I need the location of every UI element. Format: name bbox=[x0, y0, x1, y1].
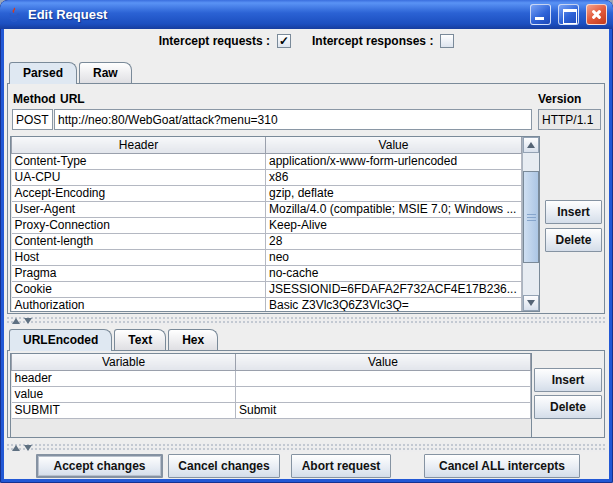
table-row: Content-length28 bbox=[12, 233, 522, 249]
variable-column-header[interactable]: Variable bbox=[12, 354, 236, 370]
value-cell[interactable] bbox=[236, 370, 531, 386]
value-cell[interactable]: Keep-Alive bbox=[266, 217, 522, 233]
tab-hex[interactable]: Hex bbox=[168, 329, 218, 350]
header-cell[interactable]: User-Agent bbox=[12, 201, 266, 217]
close-button[interactable] bbox=[586, 4, 607, 25]
header-cell[interactable]: Pragma bbox=[12, 265, 266, 281]
table-row: CookieJSESSIONID=6FDAFA2F732ACF4E17B236.… bbox=[12, 281, 522, 297]
headers-table: Header Value Content-Typeapplication/x-w… bbox=[11, 137, 522, 312]
header-cell[interactable]: Cookie bbox=[12, 281, 266, 297]
version-field[interactable] bbox=[538, 109, 601, 130]
dialog-content: Intercept requests : ✓ Intercept respons… bbox=[4, 29, 609, 479]
header-cell[interactable]: Content-Type bbox=[12, 153, 266, 169]
value-column-header[interactable]: Value bbox=[236, 354, 531, 370]
accept-changes-button[interactable]: Accept changes bbox=[36, 454, 163, 478]
table-row: AuthorizationBasic Z3Vlc3Q6Z3Vlc3Q= bbox=[12, 297, 522, 312]
table-row: Hostneo bbox=[12, 249, 522, 265]
headers-vertical-scrollbar[interactable] bbox=[522, 137, 539, 311]
header-cell[interactable]: Proxy-Connection bbox=[12, 217, 266, 233]
body-tabpane: URLEncoded Text Hex Variable Value heade… bbox=[7, 329, 605, 438]
intercept-responses-label: Intercept responses : bbox=[312, 34, 433, 48]
header-cell[interactable]: UA-CPU bbox=[12, 169, 266, 185]
intercept-requests-label: Intercept requests : bbox=[159, 34, 270, 48]
table-row: header bbox=[12, 370, 531, 386]
method-label: Method bbox=[13, 92, 56, 106]
headers-delete-button[interactable]: Delete bbox=[545, 228, 602, 252]
table-row: Content-Typeapplication/x-www-form-urlen… bbox=[12, 153, 522, 169]
table-row: SUBMITSubmit bbox=[12, 402, 531, 418]
scrollbar-thumb[interactable] bbox=[523, 171, 539, 263]
value-cell[interactable] bbox=[236, 386, 531, 402]
header-cell[interactable]: Content-length bbox=[12, 233, 266, 249]
version-label: Version bbox=[538, 92, 581, 106]
table-row: Proxy-ConnectionKeep-Alive bbox=[12, 217, 522, 233]
cancel-all-intercepts-button[interactable]: Cancel ALL intercepts bbox=[424, 454, 580, 478]
parsed-pane: Method URL Version Header Value Content-… bbox=[7, 83, 605, 314]
value-cell[interactable]: Basic Z3Vlc3Q6Z3Vlc3Q= bbox=[266, 297, 522, 312]
value-cell[interactable]: 28 bbox=[266, 233, 522, 249]
cancel-changes-button[interactable]: Cancel changes bbox=[168, 454, 280, 478]
intercept-options-row: Intercept requests : ✓ Intercept respons… bbox=[4, 34, 609, 48]
header-column-header[interactable]: Header bbox=[12, 137, 266, 153]
value-cell[interactable]: gzip, deflate bbox=[266, 185, 522, 201]
tab-parsed[interactable]: Parsed bbox=[9, 62, 77, 84]
table-row: User-AgentMozilla/4.0 (compatible; MSIE … bbox=[12, 201, 522, 217]
url-label: URL bbox=[60, 92, 85, 106]
value-cell[interactable]: JSESSIONID=6FDAFA2F732ACF4E17B236... bbox=[266, 281, 522, 297]
headers-insert-button[interactable]: Insert bbox=[545, 200, 602, 224]
minimize-button[interactable] bbox=[530, 4, 551, 25]
headers-scrollpane: Header Value Content-Typeapplication/x-w… bbox=[10, 136, 540, 312]
window-title: Edit Request bbox=[28, 7, 523, 22]
table-row: UA-CPUx86 bbox=[12, 169, 522, 185]
value-cell[interactable]: Mozilla/4.0 (compatible; MSIE 7.0; Windo… bbox=[266, 201, 522, 217]
collapse-up-icon[interactable] bbox=[12, 318, 20, 324]
maximize-button[interactable] bbox=[558, 4, 579, 25]
title-bar[interactable]: Edit Request bbox=[0, 0, 613, 29]
split-divider-top[interactable] bbox=[6, 316, 607, 325]
edit-request-window: Edit Request Intercept requests : ✓ Inte… bbox=[0, 0, 613, 483]
params-scrollpane: Variable Value header value SUBMITSubmit bbox=[10, 353, 532, 438]
variable-cell[interactable]: SUBMIT bbox=[12, 402, 236, 418]
tab-urlencoded[interactable]: URLEncoded bbox=[9, 329, 112, 351]
value-cell[interactable]: x86 bbox=[266, 169, 522, 185]
variable-cell[interactable]: header bbox=[12, 370, 236, 386]
intercept-requests-checkbox[interactable]: ✓ bbox=[277, 34, 291, 48]
table-row: value bbox=[12, 386, 531, 402]
url-field[interactable] bbox=[54, 109, 532, 130]
value-cell[interactable]: no-cache bbox=[266, 265, 522, 281]
scroll-up-icon[interactable] bbox=[523, 137, 539, 153]
variable-cell[interactable]: value bbox=[12, 386, 236, 402]
header-cell[interactable]: Host bbox=[12, 249, 266, 265]
tab-raw[interactable]: Raw bbox=[79, 62, 132, 83]
tab-text[interactable]: Text bbox=[114, 329, 166, 350]
table-row: Pragmano-cache bbox=[12, 265, 522, 281]
collapse-down-icon[interactable] bbox=[24, 318, 32, 324]
intercept-responses-checkbox[interactable] bbox=[440, 34, 454, 48]
request-tabpane: Parsed Raw Method URL Version Header Val… bbox=[7, 62, 605, 314]
urlencoded-pane: Variable Value header value SUBMITSubmit… bbox=[7, 350, 605, 438]
collapse-down-icon[interactable] bbox=[24, 445, 32, 451]
params-insert-button[interactable]: Insert bbox=[534, 368, 602, 392]
headers-table-header-row: Header Value bbox=[12, 137, 522, 153]
abort-request-button[interactable]: Abort request bbox=[291, 454, 391, 478]
request-tabs: Parsed Raw bbox=[7, 62, 605, 83]
value-cell[interactable]: Submit bbox=[236, 402, 531, 418]
scroll-down-icon[interactable] bbox=[523, 295, 539, 311]
params-delete-button[interactable]: Delete bbox=[534, 395, 602, 419]
collapse-up-icon[interactable] bbox=[12, 445, 20, 451]
value-column-header[interactable]: Value bbox=[266, 137, 522, 153]
header-cell[interactable]: Authorization bbox=[12, 297, 266, 312]
split-divider-bottom[interactable] bbox=[6, 443, 607, 452]
value-cell[interactable]: application/x-www-form-urlencoded bbox=[266, 153, 522, 169]
value-cell[interactable]: neo bbox=[266, 249, 522, 265]
table-row: Accept-Encodinggzip, deflate bbox=[12, 185, 522, 201]
body-tabs: URLEncoded Text Hex bbox=[7, 329, 605, 350]
java-app-icon bbox=[6, 7, 22, 23]
params-table-header-row: Variable Value bbox=[12, 354, 531, 370]
header-cell[interactable]: Accept-Encoding bbox=[12, 185, 266, 201]
params-table: Variable Value header value SUBMITSubmit bbox=[11, 354, 531, 419]
method-field[interactable] bbox=[12, 109, 53, 130]
